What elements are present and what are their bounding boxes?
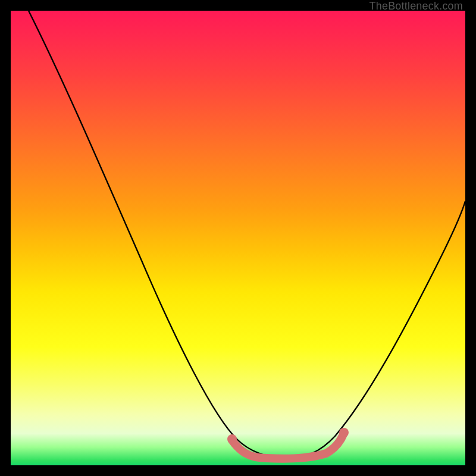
chart-plot-area (11, 11, 465, 465)
curve-line (29, 11, 465, 458)
highlight-segment (232, 433, 344, 459)
highlight-dot-left (227, 434, 237, 444)
chart-frame: TheBottleneck.com (0, 0, 476, 476)
highlight-dot-right (339, 428, 349, 437)
chart-svg (11, 11, 465, 465)
